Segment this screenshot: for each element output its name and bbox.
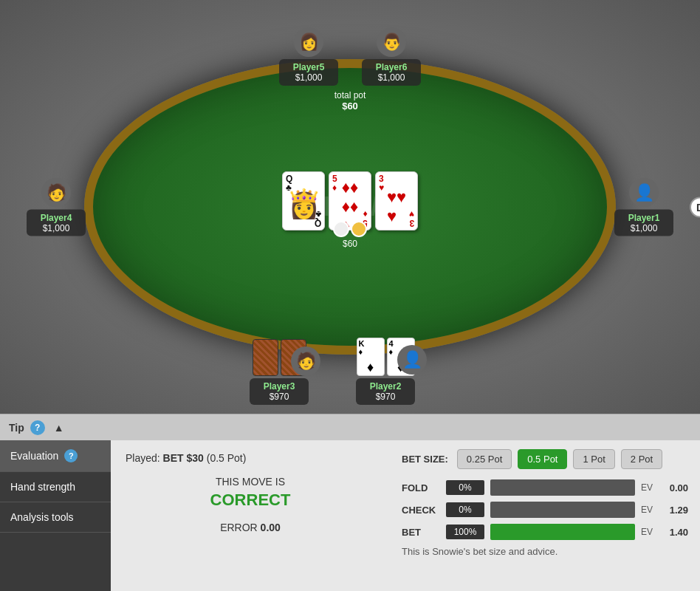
community-card-1: Q♣ 👸 Q♣ — [282, 171, 325, 230]
pot-label: total pot — [334, 90, 366, 100]
tip-label: Tip — [9, 422, 24, 434]
player2-name: Player2 — [363, 381, 408, 392]
player3-card-1 — [253, 339, 278, 376]
ev-row-check: CHECK 0% EV 1.29 — [402, 502, 688, 518]
player4-avatar: 🧑 — [41, 178, 71, 208]
ev-check-pct: 0% — [446, 502, 484, 517]
ev-fold-action: FOLD — [402, 482, 440, 493]
right-panel: BET SIZE: 0.25 Pot 0.5 Pot 1 Pot 2 Pot F… — [390, 440, 700, 591]
player4-stack: $1,000 — [34, 223, 78, 233]
tip-help-icon[interactable]: ? — [30, 420, 45, 435]
bet-btn-025pot[interactable]: 0.25 Pot — [457, 449, 512, 469]
chips-area: $60 — [333, 221, 367, 249]
error-prefix: ERROR — [220, 522, 258, 533]
sidebar-analysis-tools-label: Analysis tools — [10, 511, 74, 523]
player5-name: Player5 — [286, 62, 331, 72]
player6-stack: $1,000 — [369, 72, 414, 83]
ev-check-bar-container — [490, 502, 635, 518]
player1-info: Player1 $1,000 — [614, 210, 673, 236]
player3-stack: $970 — [257, 392, 301, 402]
player3-name: Player3 — [257, 381, 301, 392]
sidebar-item-evaluation[interactable]: Evaluation ? — [0, 440, 111, 472]
player1-avatar: 👤 — [629, 178, 659, 208]
evaluation-correct-label: CORRECT — [126, 491, 375, 510]
player1-name: Player1 — [622, 213, 666, 223]
player2-stack: $970 — [363, 392, 408, 402]
sidebar: Evaluation ? Hand strength Analysis tool… — [0, 440, 111, 591]
community-card-3: 3♥ ♥♥♥ 3♥ — [375, 171, 418, 230]
evaluation-content: Played: BET $30 (0.5 Pot) THIS MOVE IS C… — [111, 440, 390, 591]
ev-check-action: CHECK — [402, 505, 440, 516]
player4-box: 🧑 Player4 $1,000 — [27, 178, 86, 236]
played-action: BET $30 — [163, 452, 204, 464]
evaluation-move-label: THIS MOVE IS — [126, 476, 375, 488]
ev-bet-label: EV — [641, 527, 656, 537]
chip-amount: $60 — [343, 239, 357, 249]
sidebar-item-analysis-tools[interactable]: Analysis tools — [0, 502, 111, 533]
evaluation-help-icon[interactable]: ? — [64, 449, 78, 462]
ev-row-fold: FOLD 0% EV 0.00 — [402, 479, 688, 496]
bottom-panel: Tip ? ▲ Evaluation ? Hand strength Analy… — [0, 414, 700, 591]
player5-stack: $1,000 — [286, 72, 331, 83]
player5-avatar: 👩 — [294, 27, 323, 57]
played-prefix: Played: — [126, 452, 163, 464]
dealer-button: D — [690, 197, 700, 217]
bet-btn-1pot[interactable]: 1 Pot — [573, 449, 614, 469]
bet-size-row: BET SIZE: 0.25 Pot 0.5 Pot 1 Pot 2 Pot — [402, 449, 688, 469]
sidebar-evaluation-label: Evaluation — [10, 450, 58, 462]
chip-2 — [351, 221, 367, 237]
tip-bar: Tip ? ▲ — [0, 414, 700, 440]
player6-avatar: 👨 — [377, 27, 406, 57]
ev-bet-bar — [490, 524, 635, 540]
player6-box: 👨 Player6 $1,000 — [362, 27, 421, 86]
player5-box: 👩 Player5 $1,000 — [279, 27, 338, 86]
player3-info: Player3 $970 — [250, 378, 309, 405]
player2-info: Player2 $970 — [356, 378, 415, 405]
player5-info: Player5 $1,000 — [279, 59, 338, 86]
sidebar-hand-strength-label: Hand strength — [10, 481, 75, 493]
ev-bet-action: BET — [402, 527, 440, 538]
player6-info: Player6 $1,000 — [362, 59, 421, 86]
player4-name: Player4 — [34, 213, 78, 223]
chip-stack — [333, 221, 367, 237]
bet-btn-05pot[interactable]: 0.5 Pot — [518, 449, 567, 469]
advice-text: This is Snowie's bet size and advice. — [402, 546, 688, 557]
player1-box: 👤 Player1 $1,000 D — [614, 178, 673, 236]
player2-card-1: K♦ ♦ — [357, 338, 385, 376]
player2-box: K♦ ♦ 4♦ ♦ 👤 Player2 $970 — [356, 338, 415, 405]
pot-info: total pot $60 — [334, 90, 366, 112]
poker-table: SNOWIE total pot $60 Q♣ 👸 Q♣ 5♦ ♦♦♦♦♦ 5♦… — [84, 59, 616, 355]
chip-1 — [333, 221, 349, 237]
ev-bet-value: 1.40 — [662, 527, 688, 538]
ev-fold-bar-container — [490, 479, 635, 496]
ev-bet-pct: 100% — [446, 525, 484, 539]
error-line: ERROR 0.00 — [126, 522, 375, 533]
ev-check-label: EV — [641, 505, 656, 515]
ev-table: FOLD 0% EV 0.00 CHECK 0% EV 1.29 BET — [402, 479, 688, 540]
player2-avatar: 👤 — [397, 345, 427, 375]
error-value: 0.00 — [261, 522, 281, 533]
player3-avatar: 🧑 — [291, 346, 320, 376]
bet-size-label: BET SIZE: — [402, 454, 448, 465]
ev-row-bet: BET 100% EV 1.40 — [402, 524, 688, 540]
ev-bet-bar-container — [490, 524, 635, 540]
ev-fold-label: EV — [641, 482, 656, 493]
bet-btn-2pot[interactable]: 2 Pot — [621, 449, 662, 469]
ev-fold-value: 0.00 — [662, 482, 688, 493]
player1-stack: $1,000 — [622, 223, 666, 233]
sidebar-item-hand-strength[interactable]: Hand strength — [0, 472, 111, 502]
played-detail-text: (0.5 Pot) — [207, 452, 247, 464]
ev-fold-pct: 0% — [446, 480, 484, 495]
played-line: Played: BET $30 (0.5 Pot) — [126, 452, 375, 464]
table-area: SNOWIE total pot $60 Q♣ 👸 Q♣ 5♦ ♦♦♦♦♦ 5♦… — [0, 0, 700, 414]
tip-collapse-icon[interactable]: ▲ — [54, 422, 64, 434]
player3-box: 🧑 Player3 $970 — [250, 339, 309, 405]
ev-check-value: 1.29 — [662, 505, 688, 516]
player4-info: Player4 $1,000 — [27, 210, 86, 236]
pot-amount: $60 — [334, 100, 366, 112]
player6-name: Player6 — [369, 62, 414, 72]
